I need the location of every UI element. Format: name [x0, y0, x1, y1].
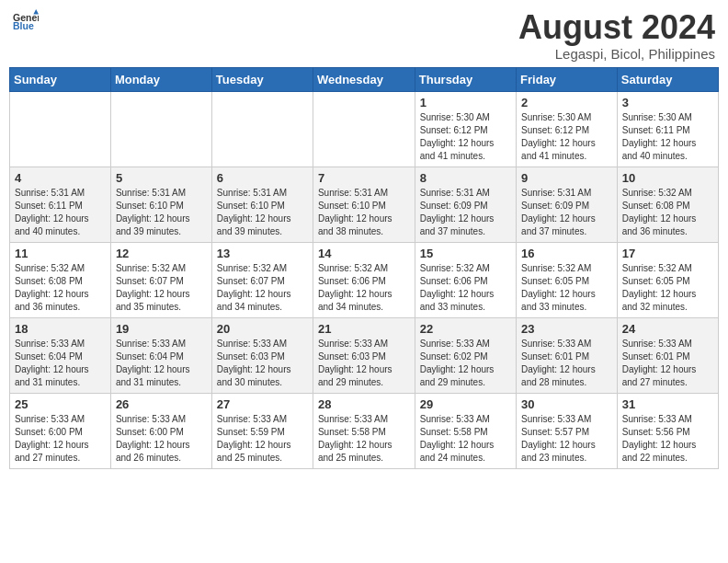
day-number: 29: [420, 397, 511, 411]
day-info: Sunrise: 5:33 AM Sunset: 5:56 PM Dayligh…: [622, 413, 713, 465]
day-info: Sunrise: 5:31 AM Sunset: 6:11 PM Dayligh…: [15, 187, 106, 238]
day-number: 15: [420, 247, 511, 260]
calendar-week-row: 25Sunrise: 5:33 AM Sunset: 6:00 PM Dayli…: [10, 393, 719, 468]
title-block: August 2024 Legaspi, Bicol, Philippines: [518, 9, 715, 62]
calendar-day-cell: 4Sunrise: 5:31 AM Sunset: 6:11 PM Daylig…: [10, 167, 111, 242]
logo-icon: General Blue: [13, 9, 39, 35]
calendar-empty-cell: [110, 91, 211, 167]
day-number: 9: [521, 171, 612, 185]
day-number: 20: [217, 322, 308, 336]
calendar-day-cell: 29Sunrise: 5:33 AM Sunset: 5:58 PM Dayli…: [415, 393, 516, 468]
calendar-day-header: Thursday: [415, 67, 516, 91]
day-info: Sunrise: 5:31 AM Sunset: 6:10 PM Dayligh…: [116, 187, 207, 238]
day-info: Sunrise: 5:30 AM Sunset: 6:12 PM Dayligh…: [521, 111, 612, 163]
main-title: August 2024: [518, 9, 715, 46]
calendar-day-cell: 23Sunrise: 5:33 AM Sunset: 6:01 PM Dayli…: [517, 317, 618, 393]
day-number: 4: [15, 171, 106, 185]
calendar-day-header: Monday: [110, 67, 211, 91]
day-info: Sunrise: 5:30 AM Sunset: 6:12 PM Dayligh…: [420, 111, 511, 163]
calendar-week-row: 1Sunrise: 5:30 AM Sunset: 6:12 PM Daylig…: [10, 91, 719, 167]
day-number: 26: [116, 397, 207, 411]
day-number: 27: [217, 397, 308, 411]
calendar-day-cell: 9Sunrise: 5:31 AM Sunset: 6:09 PM Daylig…: [517, 167, 618, 242]
calendar-day-cell: 22Sunrise: 5:33 AM Sunset: 6:02 PM Dayli…: [415, 317, 516, 393]
day-number: 24: [622, 322, 713, 336]
calendar-day-cell: 3Sunrise: 5:30 AM Sunset: 6:11 PM Daylig…: [617, 91, 718, 167]
calendar-day-cell: 20Sunrise: 5:33 AM Sunset: 6:03 PM Dayli…: [211, 317, 313, 393]
calendar-day-cell: 24Sunrise: 5:33 AM Sunset: 6:01 PM Dayli…: [617, 317, 718, 393]
day-info: Sunrise: 5:31 AM Sunset: 6:10 PM Dayligh…: [217, 187, 308, 238]
calendar-header-row: SundayMondayTuesdayWednesdayThursdayFrid…: [10, 67, 719, 91]
day-info: Sunrise: 5:31 AM Sunset: 6:09 PM Dayligh…: [521, 187, 612, 238]
day-info: Sunrise: 5:31 AM Sunset: 6:09 PM Dayligh…: [420, 187, 511, 238]
day-number: 8: [420, 171, 511, 185]
day-number: 12: [116, 247, 207, 260]
calendar-day-cell: 7Sunrise: 5:31 AM Sunset: 6:10 PM Daylig…: [313, 167, 415, 242]
day-info: Sunrise: 5:33 AM Sunset: 5:57 PM Dayligh…: [521, 413, 612, 465]
day-number: 10: [622, 171, 713, 185]
day-info: Sunrise: 5:32 AM Sunset: 6:06 PM Dayligh…: [420, 262, 511, 314]
calendar-day-cell: 6Sunrise: 5:31 AM Sunset: 6:10 PM Daylig…: [211, 167, 313, 242]
calendar-day-cell: 8Sunrise: 5:31 AM Sunset: 6:09 PM Daylig…: [415, 167, 516, 242]
day-number: 21: [318, 322, 410, 336]
day-info: Sunrise: 5:33 AM Sunset: 6:02 PM Dayligh…: [420, 338, 511, 389]
calendar-empty-cell: [313, 91, 415, 167]
day-info: Sunrise: 5:32 AM Sunset: 6:08 PM Dayligh…: [15, 262, 106, 314]
day-info: Sunrise: 5:33 AM Sunset: 6:03 PM Dayligh…: [318, 338, 410, 389]
calendar-day-header: Wednesday: [313, 67, 415, 91]
subtitle: Legaspi, Bicol, Philippines: [518, 46, 715, 62]
day-info: Sunrise: 5:32 AM Sunset: 6:06 PM Dayligh…: [318, 262, 410, 314]
calendar-day-cell: 27Sunrise: 5:33 AM Sunset: 5:59 PM Dayli…: [211, 393, 313, 468]
day-info: Sunrise: 5:33 AM Sunset: 6:03 PM Dayligh…: [217, 338, 308, 389]
day-number: 30: [521, 397, 612, 411]
day-number: 1: [420, 96, 511, 109]
calendar-week-row: 18Sunrise: 5:33 AM Sunset: 6:04 PM Dayli…: [10, 317, 719, 393]
day-number: 16: [521, 247, 612, 260]
day-info: Sunrise: 5:33 AM Sunset: 5:58 PM Dayligh…: [318, 413, 410, 465]
calendar-day-cell: 31Sunrise: 5:33 AM Sunset: 5:56 PM Dayli…: [617, 393, 718, 468]
day-number: 5: [116, 171, 207, 185]
calendar-day-cell: 30Sunrise: 5:33 AM Sunset: 5:57 PM Dayli…: [517, 393, 618, 468]
day-number: 13: [217, 247, 308, 260]
logo: General Blue: [13, 9, 39, 35]
day-info: Sunrise: 5:31 AM Sunset: 6:10 PM Dayligh…: [318, 187, 410, 238]
calendar-day-cell: 15Sunrise: 5:32 AM Sunset: 6:06 PM Dayli…: [415, 242, 516, 317]
day-number: 19: [116, 322, 207, 336]
day-info: Sunrise: 5:33 AM Sunset: 6:00 PM Dayligh…: [116, 413, 207, 465]
calendar-day-cell: 12Sunrise: 5:32 AM Sunset: 6:07 PM Dayli…: [110, 242, 211, 317]
calendar-table: SundayMondayTuesdayWednesdayThursdayFrid…: [9, 67, 719, 469]
calendar-day-cell: 10Sunrise: 5:32 AM Sunset: 6:08 PM Dayli…: [617, 167, 718, 242]
day-number: 3: [622, 96, 713, 109]
day-number: 17: [622, 247, 713, 260]
calendar-day-cell: 14Sunrise: 5:32 AM Sunset: 6:06 PM Dayli…: [313, 242, 415, 317]
calendar-day-header: Sunday: [10, 67, 111, 91]
calendar-week-row: 11Sunrise: 5:32 AM Sunset: 6:08 PM Dayli…: [10, 242, 719, 317]
calendar-day-cell: 21Sunrise: 5:33 AM Sunset: 6:03 PM Dayli…: [313, 317, 415, 393]
calendar-day-header: Friday: [517, 67, 618, 91]
day-info: Sunrise: 5:33 AM Sunset: 6:01 PM Dayligh…: [622, 338, 713, 389]
day-info: Sunrise: 5:32 AM Sunset: 6:07 PM Dayligh…: [217, 262, 308, 314]
day-number: 18: [15, 322, 106, 336]
day-info: Sunrise: 5:32 AM Sunset: 6:08 PM Dayligh…: [622, 187, 713, 238]
day-number: 14: [318, 247, 410, 260]
calendar-day-cell: 2Sunrise: 5:30 AM Sunset: 6:12 PM Daylig…: [517, 91, 618, 167]
day-info: Sunrise: 5:33 AM Sunset: 5:58 PM Dayligh…: [420, 413, 511, 465]
day-info: Sunrise: 5:33 AM Sunset: 5:59 PM Dayligh…: [217, 413, 308, 465]
calendar-day-cell: 18Sunrise: 5:33 AM Sunset: 6:04 PM Dayli…: [10, 317, 111, 393]
calendar-day-header: Saturday: [617, 67, 718, 91]
day-number: 7: [318, 171, 410, 185]
calendar-day-cell: 19Sunrise: 5:33 AM Sunset: 6:04 PM Dayli…: [110, 317, 211, 393]
calendar-empty-cell: [211, 91, 313, 167]
day-info: Sunrise: 5:33 AM Sunset: 6:04 PM Dayligh…: [15, 338, 106, 389]
calendar-day-cell: 13Sunrise: 5:32 AM Sunset: 6:07 PM Dayli…: [211, 242, 313, 317]
day-number: 23: [521, 322, 612, 336]
calendar-day-cell: 11Sunrise: 5:32 AM Sunset: 6:08 PM Dayli…: [10, 242, 111, 317]
day-info: Sunrise: 5:32 AM Sunset: 6:05 PM Dayligh…: [521, 262, 612, 314]
calendar-day-cell: 1Sunrise: 5:30 AM Sunset: 6:12 PM Daylig…: [415, 91, 516, 167]
day-number: 28: [318, 397, 410, 411]
day-number: 25: [15, 397, 106, 411]
calendar-day-cell: 17Sunrise: 5:32 AM Sunset: 6:05 PM Dayli…: [617, 242, 718, 317]
day-number: 31: [622, 397, 713, 411]
day-number: 6: [217, 171, 308, 185]
calendar-day-cell: 25Sunrise: 5:33 AM Sunset: 6:00 PM Dayli…: [10, 393, 111, 468]
